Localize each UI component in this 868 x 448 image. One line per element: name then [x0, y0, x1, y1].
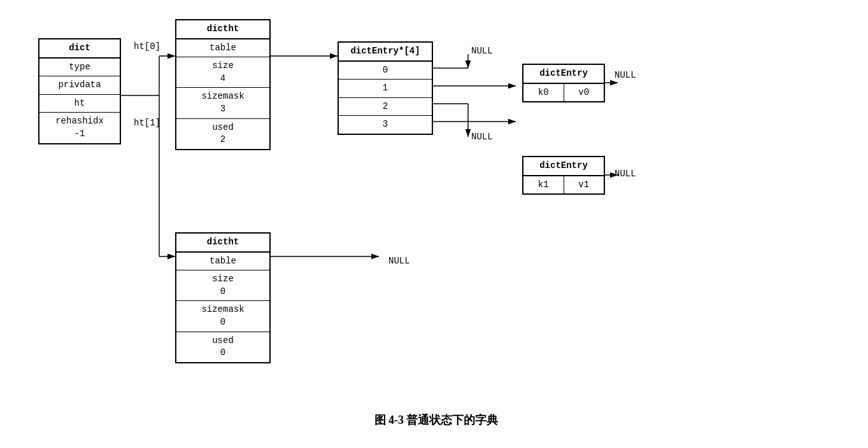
null-label-3: NULL [471, 132, 493, 142]
dict-box: dict type privdata ht rehashidx-1 [38, 38, 121, 144]
caption: 图 4-3 普通状态下的字典 [374, 412, 499, 428]
null-label-4: NULL [615, 169, 636, 179]
dictht-bottom-size: size0 [176, 270, 269, 301]
dictht-bottom-table: table [176, 253, 269, 271]
dictentry-array-row1: 1 [339, 80, 432, 98]
dictentry-top-title: dictEntry [523, 65, 604, 84]
dictht-bottom-used: used0 [176, 332, 269, 362]
null-label-1: NULL [471, 46, 493, 56]
dictht-top-title: dictht [176, 20, 269, 39]
dictentry-bottom-k1: k1 [523, 176, 564, 194]
dictht-bottom-title: dictht [176, 234, 269, 253]
dictht-top-used: used2 [176, 119, 269, 149]
dictht-top-sizemask: sizemask3 [176, 88, 269, 118]
dictentry-bottom-v1: v1 [564, 176, 604, 194]
dictht-top-box: dictht table size4 sizemask3 used2 [175, 19, 271, 150]
dictentry-top-k0: k0 [523, 84, 564, 102]
dictentry-array-row0: 0 [339, 62, 432, 80]
diagram: dict type privdata ht rehashidx-1 ht[0] … [13, 6, 860, 439]
dictentry-top-v0: v0 [564, 84, 604, 102]
dict-field-type: type [39, 59, 120, 77]
dictht-top-table: table [176, 39, 269, 58]
dictentry-bottom-title: dictEntry [523, 157, 604, 176]
ht0-label: ht[0] [134, 41, 160, 52]
dictentry-bottom-box: dictEntry k1 v1 [522, 156, 605, 195]
dictht-top-size: size4 [176, 57, 269, 88]
dictentry-array-row2: 2 [339, 98, 432, 116]
null-label-5: NULL [388, 256, 410, 266]
null-label-2: NULL [615, 70, 636, 80]
dict-field-privdata: privdata [39, 76, 120, 95]
dict-field-rehashidx: rehashidx-1 [39, 113, 120, 143]
ht1-label: ht[1] [134, 118, 160, 128]
dictht-bottom-sizemask: sizemask0 [176, 301, 269, 332]
dictentry-array-box: dictEntry*[4] 0 1 2 3 [338, 41, 433, 135]
dict-field-ht: ht [39, 95, 120, 113]
dictentry-top-box: dictEntry k0 v0 [522, 64, 605, 102]
dictht-bottom-box: dictht table size0 sizemask0 used0 [175, 232, 271, 363]
dictentry-array-row3: 3 [339, 116, 432, 134]
arrows-svg [13, 6, 860, 439]
dictentry-array-title: dictEntry*[4] [339, 43, 432, 62]
dict-title: dict [39, 39, 120, 59]
